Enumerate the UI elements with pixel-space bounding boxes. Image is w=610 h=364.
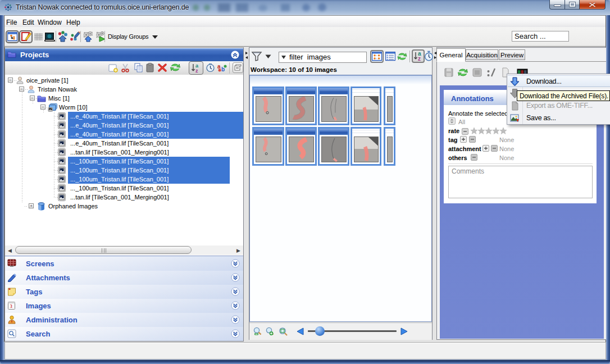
svg-text:3: 3 [10,303,13,309]
svg-text:a: a [217,63,221,70]
svg-text:z: z [195,68,198,73]
svg-text:z: z [418,56,421,61]
